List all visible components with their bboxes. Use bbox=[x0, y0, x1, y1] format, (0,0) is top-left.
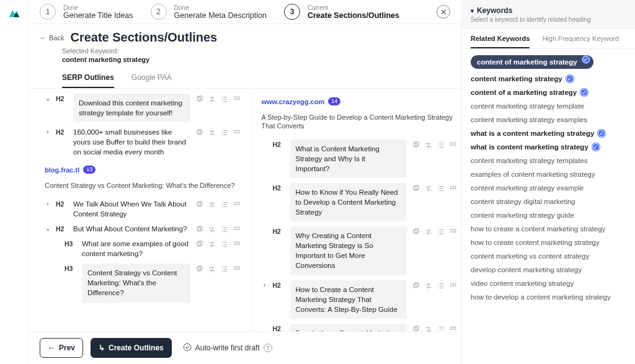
grid-icon[interactable] bbox=[233, 265, 241, 273]
chevron-down-icon[interactable]: ⌄ bbox=[45, 225, 51, 232]
close-button[interactable]: ✕ bbox=[437, 5, 450, 19]
outline-item[interactable]: ⌄H2But What About Content Marketing? bbox=[45, 224, 241, 234]
autowrite-toggle[interactable]: Auto-write first draft ? bbox=[183, 343, 272, 353]
swap-icon[interactable] bbox=[208, 95, 216, 104]
copy-icon[interactable] bbox=[412, 184, 420, 193]
tab-high-frequency[interactable]: High Frequency Keyword bbox=[542, 35, 619, 48]
chevron-down-icon[interactable]: ⌄ bbox=[45, 95, 51, 102]
heading-tag: H2 bbox=[273, 228, 285, 235]
info-icon[interactable]: ? bbox=[264, 344, 272, 352]
swap-icon[interactable] bbox=[424, 325, 433, 331]
copy-icon[interactable] bbox=[195, 95, 204, 104]
keyword-label: content of marketing strategy bbox=[477, 58, 577, 66]
logo-rail bbox=[0, 0, 29, 364]
list-icon[interactable] bbox=[220, 240, 229, 249]
keyword-item[interactable]: content strategy digital marketing bbox=[471, 198, 626, 205]
outline-item[interactable]: H3Content Strategy vs Content Marketing:… bbox=[53, 264, 241, 302]
copy-icon[interactable] bbox=[195, 225, 204, 234]
chevron-right-icon[interactable]: › bbox=[45, 128, 51, 135]
keyword-item[interactable]: content marketing vs content strategy bbox=[471, 252, 626, 260]
outline-item[interactable]: ›H2How to Create a Content Marketing Str… bbox=[262, 280, 458, 319]
outline-item[interactable]: H2What is Content Marketing Strategy and… bbox=[262, 140, 458, 178]
grid-icon[interactable] bbox=[449, 228, 458, 236]
list-icon[interactable] bbox=[437, 282, 445, 290]
keyword-item[interactable]: content marketing strategy example bbox=[471, 184, 626, 192]
swap-icon[interactable] bbox=[208, 265, 216, 273]
keyword-item[interactable]: content of marketing strategy✓ bbox=[471, 55, 593, 69]
step-2[interactable]: 2 Done Generate Meta Description bbox=[151, 4, 267, 20]
copy-icon[interactable] bbox=[412, 282, 420, 290]
chevron-right-icon[interactable]: › bbox=[262, 282, 268, 288]
grid-icon[interactable] bbox=[233, 95, 241, 104]
copy-icon[interactable] bbox=[195, 265, 204, 273]
grid-icon[interactable] bbox=[233, 128, 241, 137]
keyword-item[interactable]: content marketing strategy examples bbox=[471, 116, 626, 123]
keyword-label: video content marketing strategy bbox=[471, 280, 574, 287]
keyword-item[interactable]: how to create a content marketing strate… bbox=[471, 225, 626, 233]
step-3[interactable]: 3 Current Create Sections/Outlines bbox=[284, 4, 399, 20]
list-icon[interactable] bbox=[437, 228, 445, 236]
keyword-item[interactable]: content marketing strategy template bbox=[471, 102, 626, 110]
swap-icon[interactable] bbox=[208, 128, 216, 137]
keyword-item[interactable]: content of a marketing strategy✓ bbox=[471, 89, 626, 96]
keywords-header[interactable]: ▾ Keywords Select a keyword to identify … bbox=[462, 0, 635, 29]
outline-item[interactable]: H2Why Creating a Content Marketing Strat… bbox=[262, 226, 458, 275]
back-link[interactable]: ← Back bbox=[40, 34, 64, 42]
chevron-right-icon[interactable]: › bbox=[45, 200, 51, 207]
grid-icon[interactable] bbox=[233, 240, 241, 249]
swap-icon[interactable] bbox=[424, 282, 433, 290]
tab-google-paa[interactable]: Google PAA bbox=[131, 73, 172, 88]
source-domain-link[interactable]: www.crazyegg.com bbox=[262, 98, 325, 105]
outline-item[interactable]: ⌄H2Download this content marketing strat… bbox=[45, 94, 241, 122]
outline-item[interactable]: H2How to Know if You Really Need to Deve… bbox=[262, 183, 458, 221]
list-icon[interactable] bbox=[437, 184, 445, 193]
keyword-item[interactable]: how to create content marketing strategy bbox=[471, 239, 626, 246]
swap-icon[interactable] bbox=[424, 228, 433, 236]
source-domain-link[interactable]: blog.frac.tl bbox=[45, 166, 79, 174]
keyword-item[interactable]: video content marketing strategy bbox=[471, 280, 626, 287]
keyword-item[interactable]: content marketing strategy guide bbox=[471, 211, 626, 219]
list-icon[interactable] bbox=[220, 200, 229, 209]
copy-icon[interactable] bbox=[412, 325, 420, 331]
keyword-item[interactable]: how to develop a content marketing strat… bbox=[471, 293, 626, 301]
grid-icon[interactable] bbox=[449, 141, 458, 149]
keyword-item[interactable]: develop content marketing strategy bbox=[471, 266, 626, 273]
create-outlines-button[interactable]: ↳ Create Outlines bbox=[91, 338, 172, 358]
outline-item[interactable]: H2Developing a Content Marketing Strateg… bbox=[262, 324, 458, 331]
copy-icon[interactable] bbox=[195, 240, 204, 249]
swap-icon[interactable] bbox=[208, 240, 216, 249]
swap-icon[interactable] bbox=[208, 200, 216, 209]
outline-item[interactable]: ›H2We Talk About When We Talk About Cont… bbox=[45, 199, 241, 219]
list-icon[interactable] bbox=[220, 128, 229, 137]
tab-serp-outlines[interactable]: SERP Outlines bbox=[62, 73, 114, 88]
grid-icon[interactable] bbox=[449, 325, 458, 331]
grid-icon[interactable] bbox=[449, 282, 458, 290]
list-icon[interactable] bbox=[220, 265, 229, 273]
grid-icon[interactable] bbox=[233, 225, 241, 234]
grid-icon[interactable] bbox=[449, 184, 458, 193]
list-icon[interactable] bbox=[220, 95, 229, 104]
copy-icon[interactable] bbox=[195, 128, 204, 137]
copy-icon[interactable] bbox=[412, 228, 420, 236]
keyword-item[interactable]: content marketing strategy✓ bbox=[471, 75, 626, 82]
keyword-item[interactable]: content marketing strategy templates bbox=[471, 157, 626, 164]
grid-icon[interactable] bbox=[233, 200, 241, 209]
list-icon[interactable] bbox=[220, 225, 229, 234]
keyword-item[interactable]: what is a content marketing strategy✓ bbox=[471, 130, 626, 137]
swap-icon[interactable] bbox=[424, 184, 433, 193]
outline-item[interactable]: ›H2160,000+ small businesses like yours … bbox=[45, 127, 241, 157]
copy-icon[interactable] bbox=[195, 200, 204, 209]
keyword-item[interactable]: what is content marketing strategy✓ bbox=[471, 143, 626, 151]
keyword-item[interactable]: examples of content marketing strategy bbox=[471, 171, 626, 178]
copy-icon[interactable] bbox=[412, 141, 420, 149]
outline-item[interactable]: H3What are some examples of good content… bbox=[53, 239, 241, 259]
swap-icon[interactable] bbox=[208, 225, 216, 234]
list-icon[interactable] bbox=[437, 325, 445, 331]
prev-button[interactable]: ← Prev bbox=[40, 338, 83, 358]
outline-tabs: SERP Outlines Google PAA bbox=[29, 69, 461, 89]
tab-related-keywords[interactable]: Related Keywords bbox=[471, 35, 530, 48]
swap-icon[interactable] bbox=[424, 141, 433, 149]
list-icon[interactable] bbox=[437, 141, 445, 149]
source-count-badge: 14 bbox=[328, 97, 340, 105]
step-1[interactable]: 1 Done Generate Title Ideas bbox=[40, 4, 133, 20]
